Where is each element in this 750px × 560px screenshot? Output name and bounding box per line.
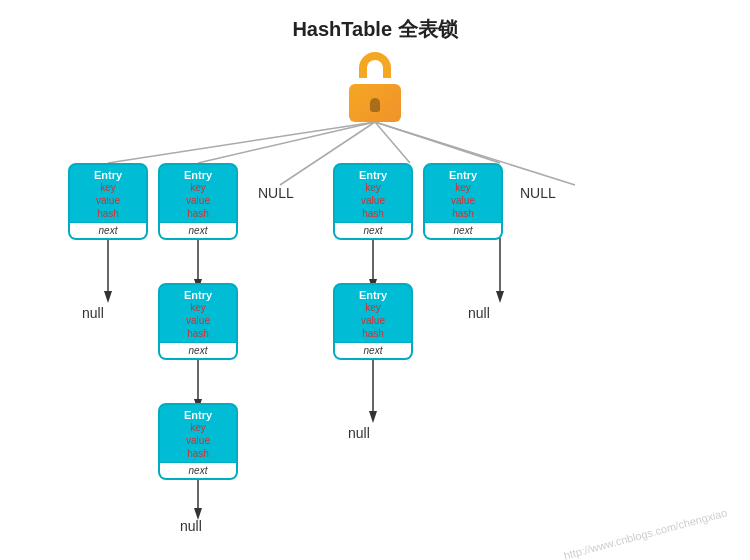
entry-top-4: Entry key value hash (425, 165, 501, 222)
entry-next-3: next (335, 222, 411, 238)
entry-box-5: Entry key value hash next (158, 283, 238, 360)
svg-line-4 (375, 122, 500, 163)
entry-top-1: Entry key value hash (70, 165, 146, 222)
null-label-2: NULL (520, 185, 556, 201)
entry-next-2: next (160, 222, 236, 238)
entry-title-6: Entry (337, 289, 409, 301)
svg-marker-7 (104, 291, 112, 303)
entry-field-key-4: key (427, 181, 499, 194)
entry-field-hash-7: hash (162, 447, 234, 460)
entry-field-hash-4: hash (427, 207, 499, 220)
svg-marker-13 (496, 291, 504, 303)
entry-title-1: Entry (72, 169, 144, 181)
entry-title-4: Entry (427, 169, 499, 181)
entry-field-key-5: key (162, 301, 234, 314)
null-label-5: null (348, 425, 370, 441)
entry-top-6: Entry key value hash (335, 285, 411, 342)
entry-field-key-2: key (162, 181, 234, 194)
svg-line-1 (198, 122, 375, 163)
entry-field-value-7: value (162, 434, 234, 447)
entry-next-5: next (160, 342, 236, 358)
entry-box-7: Entry key value hash next (158, 403, 238, 480)
entry-next-4: next (425, 222, 501, 238)
entry-next-7: next (160, 462, 236, 478)
svg-marker-17 (369, 411, 377, 423)
entry-field-value-2: value (162, 194, 234, 207)
entry-field-hash-1: hash (72, 207, 144, 220)
entry-next-1: next (70, 222, 146, 238)
entry-field-key-7: key (162, 421, 234, 434)
entry-title-2: Entry (162, 169, 234, 181)
entry-top-5: Entry key value hash (160, 285, 236, 342)
entry-box-3: Entry key value hash next (333, 163, 413, 240)
entry-box-2: Entry key value hash next (158, 163, 238, 240)
null-label-3: null (82, 305, 104, 321)
lock-shackle (359, 52, 391, 78)
entry-title-7: Entry (162, 409, 234, 421)
entry-field-key-6: key (337, 301, 409, 314)
entry-next-6: next (335, 342, 411, 358)
entry-top-3: Entry key value hash (335, 165, 411, 222)
entry-field-value-3: value (337, 194, 409, 207)
entry-field-value-1: value (72, 194, 144, 207)
entry-box-1: Entry key value hash next (68, 163, 148, 240)
lock-body (349, 84, 401, 122)
entry-field-key-3: key (337, 181, 409, 194)
entry-field-value-6: value (337, 314, 409, 327)
entry-title-3: Entry (337, 169, 409, 181)
svg-line-0 (108, 122, 375, 163)
entry-box-4: Entry key value hash next (423, 163, 503, 240)
null-label-6: null (180, 518, 202, 534)
entry-field-hash-6: hash (337, 327, 409, 340)
lock-keyhole (370, 98, 380, 112)
null-label-1: NULL (258, 185, 294, 201)
entry-field-hash-3: hash (337, 207, 409, 220)
page-title: HashTable 全表锁 (0, 0, 750, 43)
null-label-4: null (468, 305, 490, 321)
svg-line-3 (375, 122, 410, 163)
entry-field-value-4: value (427, 194, 499, 207)
entry-field-value-5: value (162, 314, 234, 327)
entry-top-7: Entry key value hash (160, 405, 236, 462)
entry-field-hash-5: hash (162, 327, 234, 340)
entry-box-6: Entry key value hash next (333, 283, 413, 360)
entry-field-hash-2: hash (162, 207, 234, 220)
watermark: http://www.cnblogs.com/chengxiao (563, 506, 729, 560)
entry-top-2: Entry key value hash (160, 165, 236, 222)
lock-icon (345, 52, 405, 122)
entry-title-5: Entry (162, 289, 234, 301)
entry-field-key-1: key (72, 181, 144, 194)
